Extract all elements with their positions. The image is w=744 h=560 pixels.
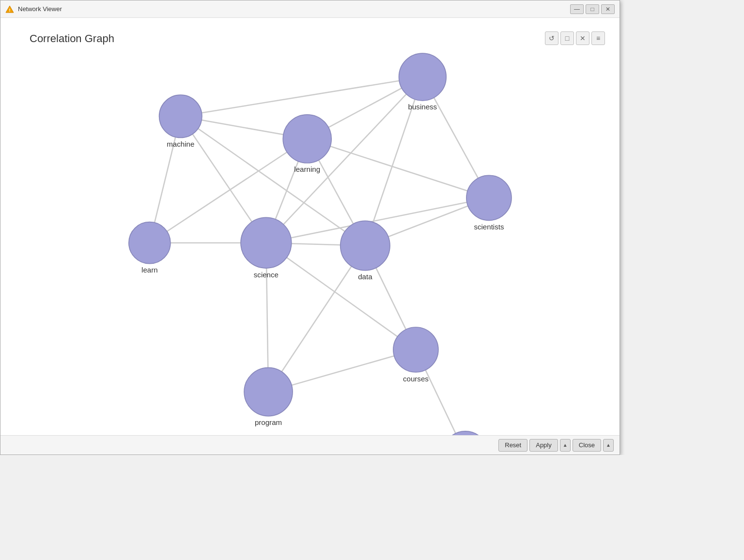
graph-edge bbox=[266, 243, 416, 350]
node-label: courses bbox=[403, 375, 429, 383]
window-controls: — □ ✕ bbox=[570, 4, 615, 14]
graph-edge bbox=[266, 77, 422, 243]
graph-node[interactable]: program bbox=[244, 368, 293, 427]
window-title: Network Viewer bbox=[18, 5, 566, 13]
content-area: Correlation Graph ↺ □ ✕ ≡ machinelearnin… bbox=[0, 18, 620, 435]
node-label: scientists bbox=[474, 223, 504, 231]
graph-node[interactable]: machine bbox=[159, 95, 202, 148]
svg-point-9 bbox=[393, 327, 438, 372]
main-window: ! Network Viewer — □ ✕ Correlation Graph… bbox=[0, 0, 620, 455]
graph-node[interactable]: learning bbox=[283, 115, 331, 174]
app-icon: ! bbox=[5, 5, 14, 14]
node-label: learning bbox=[294, 165, 320, 173]
node-label: data bbox=[358, 272, 372, 281]
svg-point-6 bbox=[129, 222, 170, 264]
close-window-button[interactable]: ✕ bbox=[601, 4, 615, 14]
svg-point-4 bbox=[399, 53, 447, 101]
svg-point-3 bbox=[283, 115, 331, 163]
node-label: business bbox=[408, 103, 437, 111]
close-button[interactable]: Close bbox=[573, 439, 601, 452]
svg-text:!: ! bbox=[9, 8, 11, 13]
apply-arrow-button[interactable]: ▲ bbox=[560, 439, 571, 452]
graph-node[interactable]: learn bbox=[129, 222, 170, 274]
maximize-button[interactable]: □ bbox=[586, 4, 599, 14]
minimize-button[interactable]: — bbox=[570, 4, 584, 14]
svg-point-8 bbox=[341, 221, 390, 270]
node-label: science bbox=[254, 271, 279, 279]
graph-edge bbox=[268, 246, 365, 392]
node-label: program bbox=[255, 418, 282, 426]
close-arrow-button[interactable]: ▲ bbox=[603, 439, 614, 452]
svg-point-7 bbox=[241, 217, 292, 268]
svg-point-10 bbox=[244, 368, 293, 416]
graph-node[interactable]: business bbox=[399, 53, 447, 111]
node-label: learn bbox=[141, 266, 158, 274]
svg-point-2 bbox=[159, 95, 202, 137]
apply-button[interactable]: Apply bbox=[529, 439, 558, 452]
node-label: machine bbox=[167, 140, 194, 148]
graph-node[interactable]: scientists bbox=[466, 175, 512, 231]
graph-node[interactable]: course bbox=[443, 431, 488, 435]
graph-canvas: machinelearningbusinessscientistslearnsc… bbox=[0, 18, 620, 435]
svg-point-5 bbox=[466, 175, 512, 220]
title-bar: ! Network Viewer — □ ✕ bbox=[0, 0, 620, 18]
graph-edge bbox=[365, 77, 423, 246]
footer-bar: Reset Apply ▲ Close ▲ bbox=[0, 435, 620, 454]
svg-point-11 bbox=[443, 431, 488, 435]
reset-button[interactable]: Reset bbox=[498, 439, 527, 452]
graph-node[interactable]: courses bbox=[393, 327, 438, 383]
